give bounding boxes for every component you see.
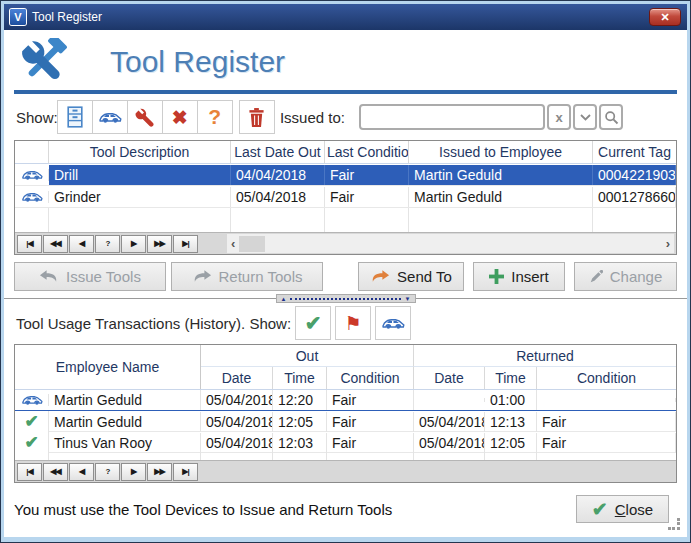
splitter-handle[interactable]: ▲ ▼ xyxy=(276,294,416,303)
check-icon: ✔ xyxy=(592,498,608,521)
tools-grid-header: Tool Description Last Date Out Last Cond… xyxy=(15,141,676,164)
send-to-button[interactable]: Send To xyxy=(358,262,464,291)
cell-issued-to: Martin Geduld xyxy=(409,187,593,207)
nav-prev-button[interactable]: ◀ xyxy=(69,235,94,253)
splitter: ▲ ▼ xyxy=(4,298,687,306)
col-last-date-out[interactable]: Last Date Out xyxy=(231,141,325,163)
list-item[interactable]: ✔ Martin Geduld 05/04/2018 12:05 Fair 05… xyxy=(15,411,676,432)
col-tool-description[interactable]: Tool Description xyxy=(49,141,231,163)
resize-grip[interactable] xyxy=(668,518,681,531)
titlebar[interactable]: V Tool Register ✕ xyxy=(4,4,687,30)
scrollbar-thumb[interactable] xyxy=(239,236,265,252)
nav-prev-page-button[interactable]: ◀◀ xyxy=(43,463,68,481)
col-current-tag[interactable]: Current Tag xyxy=(593,141,676,163)
filter-unknown-button[interactable]: ? xyxy=(197,100,233,134)
filter-issued-button[interactable] xyxy=(92,100,128,134)
filter-scrapped-button[interactable]: ✖ xyxy=(162,100,198,134)
history-filter-flagged-button[interactable]: ⚑ xyxy=(335,306,371,340)
col-last-condition[interactable]: Last Condition xyxy=(325,141,409,163)
nav-prev-page-button[interactable]: ◀◀ xyxy=(43,235,68,253)
icon-column-header xyxy=(15,141,49,163)
plus-icon xyxy=(489,269,504,284)
insert-label: Insert xyxy=(511,268,549,285)
cell-out-condition: Fair xyxy=(327,390,414,410)
issue-tools-button[interactable]: Issue Tools xyxy=(14,262,166,291)
filter-repair-button[interactable] xyxy=(127,100,163,134)
search-button[interactable] xyxy=(599,104,623,130)
filter-deleted-button[interactable] xyxy=(239,100,275,134)
col-issued-to-employee[interactable]: Issued to Employee xyxy=(409,141,593,163)
col-ret-time[interactable]: Time xyxy=(485,367,537,389)
curved-arrow-left-icon xyxy=(39,270,59,283)
list-item[interactable]: ✔ Tinus Van Rooy 05/04/2018 12:03 Fair 0… xyxy=(15,432,676,453)
cell-last-date-out: 04/04/2018 xyxy=(231,165,325,185)
dropdown-button[interactable] xyxy=(573,104,597,130)
history-filter-returned-button[interactable]: ✔ xyxy=(295,306,331,340)
nav-last-button[interactable]: ▶| xyxy=(173,235,198,253)
nav-first-button[interactable]: |◀ xyxy=(17,235,42,253)
clear-filter-button[interactable]: x xyxy=(547,104,571,130)
car-icon xyxy=(381,317,405,330)
col-ret-date[interactable]: Date xyxy=(414,367,485,389)
titlebar-close-button[interactable]: ✕ xyxy=(649,8,681,26)
tool-register-window: V Tool Register ✕ Tool Register Show: xyxy=(0,0,691,543)
scroll-right-icon[interactable]: › xyxy=(662,236,674,251)
nav-search-button[interactable]: ? xyxy=(95,235,120,253)
close-button[interactable]: ✔ Close xyxy=(576,495,669,523)
cell-out-date: 05/04/2018 xyxy=(201,412,273,432)
cell-ret-condition: Fair xyxy=(537,433,676,453)
issued-to-input[interactable] xyxy=(359,104,545,130)
cell-out-date: 05/04/2018 xyxy=(201,433,273,453)
nav-first-button[interactable]: |◀ xyxy=(17,463,42,481)
filter-cabinet-button[interactable] xyxy=(57,100,93,134)
history-filter-bar: Tool Usage Transactions (History). Show:… xyxy=(4,306,687,344)
insert-button[interactable]: Insert xyxy=(473,262,565,291)
question-icon: ? xyxy=(208,105,221,129)
cell-out-time: 12:20 xyxy=(273,390,327,410)
col-out-date[interactable]: Date xyxy=(201,367,273,389)
change-button[interactable]: Change xyxy=(574,262,677,291)
cell-ret-time: 12:13 xyxy=(485,412,537,432)
cell-tool: Grinder xyxy=(49,187,231,207)
splitter-dots xyxy=(290,298,400,300)
nav-last-button[interactable]: ▶| xyxy=(173,463,198,481)
nav-next-button[interactable]: ▶ xyxy=(121,235,146,253)
col-ret-condition[interactable]: Condition xyxy=(537,367,676,389)
col-employee-name[interactable]: Employee Name xyxy=(15,345,201,389)
show-label: Show: xyxy=(16,109,58,126)
nav-next-button[interactable]: ▶ xyxy=(121,463,146,481)
wrench-icon xyxy=(135,108,154,127)
group-out: Out xyxy=(201,345,414,367)
cell-out-condition: Fair xyxy=(327,412,414,432)
cell-ret-time: 01:00 xyxy=(485,390,537,410)
cell-ret-date xyxy=(414,398,485,402)
return-tools-button[interactable]: Return Tools xyxy=(171,262,323,291)
col-out-time[interactable]: Time xyxy=(273,367,327,389)
row-out-car-icon xyxy=(15,394,49,406)
table-row[interactable]: Grinder 05/04/2018 Fair Martin Geduld 00… xyxy=(15,186,676,208)
crossed-tools-icon xyxy=(18,38,68,86)
col-out-condition[interactable]: Condition xyxy=(327,367,414,389)
nav-next-page-button[interactable]: ▶▶ xyxy=(147,463,172,481)
status-message: You must use the Tool Devices to Issue a… xyxy=(14,501,392,518)
splitter-up-icon: ▲ xyxy=(281,296,287,302)
history-filter-out-button[interactable] xyxy=(375,306,411,340)
row-status-car-icon xyxy=(15,191,49,203)
issued-to-group: Issued to: x xyxy=(280,104,623,130)
nav-prev-button[interactable]: ◀ xyxy=(69,463,94,481)
list-item[interactable]: Martin Geduld 05/04/2018 12:20 Fair 01:0… xyxy=(15,390,676,411)
table-row[interactable]: Drill 04/04/2018 Fair Martin Geduld 0004… xyxy=(15,164,676,186)
cell-out-date: 05/04/2018 xyxy=(201,390,273,410)
cell-employee: Martin Geduld xyxy=(49,412,201,432)
nav-search-button[interactable]: ? xyxy=(95,463,120,481)
cell-last-date-out: 05/04/2018 xyxy=(231,187,325,207)
footer: You must use the Tool Devices to Issue a… xyxy=(4,483,687,523)
horizontal-scrollbar[interactable]: ‹ › xyxy=(227,234,674,253)
filter-toolbar: Show: ✖ ? xyxy=(4,94,687,140)
scroll-left-icon[interactable]: ‹ xyxy=(227,236,239,251)
row-returned-check-icon: ✔ xyxy=(15,411,49,432)
cell-ret-time: 12:05 xyxy=(485,433,537,453)
nav-next-page-button[interactable]: ▶▶ xyxy=(147,235,172,253)
history-grid-navigator: |◀ ◀◀ ◀ ? ▶ ▶▶ ▶| xyxy=(15,460,676,482)
cell-employee: Tinus Van Rooy xyxy=(49,433,201,453)
